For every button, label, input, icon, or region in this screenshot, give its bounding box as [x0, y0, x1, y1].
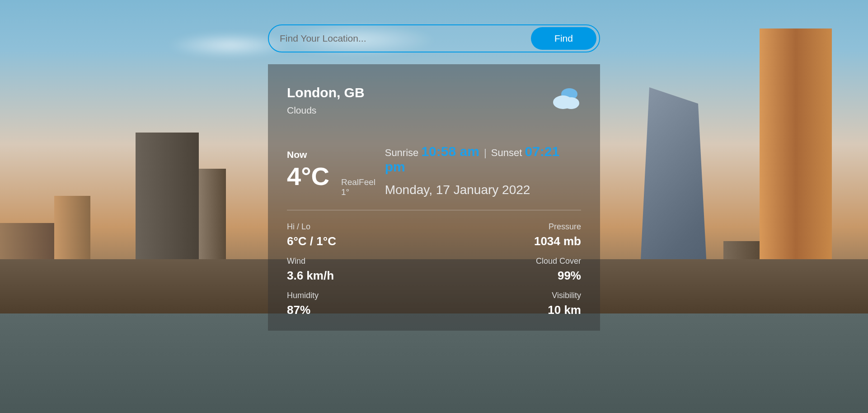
stat-wind: Wind 3.6 km/h	[287, 256, 336, 283]
stat-pressure: Pressure 1034 mb	[534, 222, 581, 248]
search-bar: Find	[268, 24, 600, 52]
clouds-icon	[549, 85, 581, 112]
visibility-label: Visibility	[548, 291, 581, 300]
pressure-value: 1034 mb	[534, 234, 581, 248]
location-search-input[interactable]	[280, 33, 526, 44]
sunrise-label: Sunrise	[385, 147, 419, 158]
location-name: London, GB	[287, 85, 365, 100]
wind-value: 3.6 km/h	[287, 269, 336, 283]
hilo-label: Hi / Lo	[287, 222, 336, 232]
sun-times-row: Sunrise 10:58 am | Sunset 07:21 pm	[385, 144, 581, 175]
stat-humidity: Humidity 87%	[287, 291, 336, 317]
realfeel-value: RealFeel 1°	[341, 177, 385, 197]
hilo-value: 6°C / 1°C	[287, 234, 336, 248]
sun-separator: |	[484, 147, 487, 158]
weather-condition: Clouds	[287, 105, 365, 116]
stat-visibility: Visibility 10 km	[548, 291, 581, 317]
find-button[interactable]: Find	[531, 27, 596, 50]
now-label: Now	[287, 149, 385, 160]
svg-point-2	[563, 97, 579, 109]
pressure-label: Pressure	[534, 222, 581, 232]
humidity-value: 87%	[287, 303, 336, 317]
wind-label: Wind	[287, 256, 336, 266]
cloud-cover-label: Cloud Cover	[536, 256, 581, 266]
current-date: Monday, 17 January 2022	[385, 183, 581, 197]
weather-card: London, GB Clouds Now 4°C RealFeel 1°	[268, 64, 600, 331]
current-temperature: 4°C	[287, 164, 329, 189]
stat-cloud-cover: Cloud Cover 99%	[536, 256, 581, 283]
cloud-cover-value: 99%	[536, 269, 581, 283]
sunset-label: Sunset	[491, 147, 522, 158]
visibility-value: 10 km	[548, 303, 581, 317]
stat-hilo: Hi / Lo 6°C / 1°C	[287, 222, 336, 248]
sunrise-time: 10:58 am	[421, 144, 479, 159]
humidity-label: Humidity	[287, 291, 336, 300]
